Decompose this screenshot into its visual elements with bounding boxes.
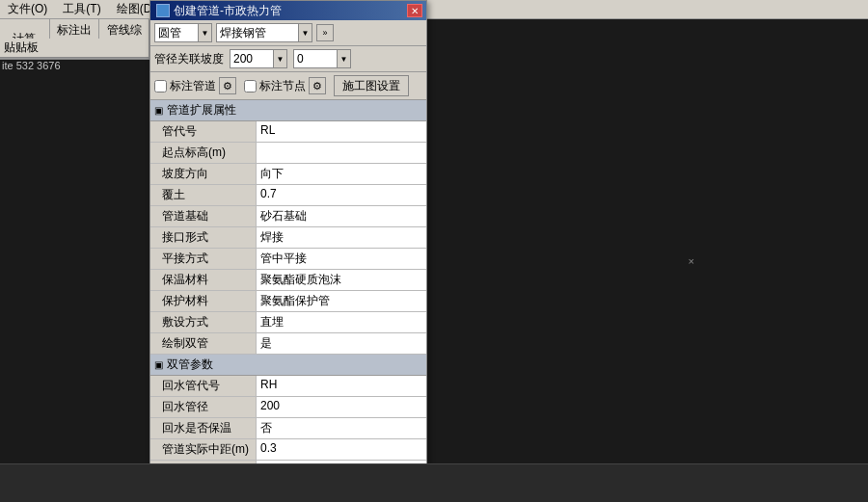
prop-row-draw-double: 绘制双管 是	[150, 333, 426, 355]
toolbar-row1: 圆管 ▼ 焊接钢管 ▼ »	[150, 20, 426, 46]
prop-name-cover-soil: 覆土	[150, 185, 257, 205]
prop-row-slope-direction: 坡度方向 向下	[150, 164, 426, 185]
prop-row-actual-center-dist: 管道实际中距(m) 0.3	[150, 439, 426, 461]
dialog-create-pipe: 创建管道-市政热力管 ✕ 圆管 ▼ 焊接钢管 ▼ » 管径关联坡度 200 ▼ …	[149, 0, 427, 502]
diameter-combo[interactable]: 200 ▼	[230, 49, 287, 68]
prop-value-flat-joint[interactable]: 管中平接	[257, 249, 426, 269]
checkbox-annotate-node: 标注节点 ⚙	[244, 77, 326, 94]
section2-title: 双管参数	[167, 357, 213, 373]
menu-tools[interactable]: 工具(T)	[59, 1, 104, 17]
construction-drawing-btn[interactable]: 施工图设置	[334, 75, 409, 96]
prop-value-laying-method[interactable]: 直埋	[257, 312, 426, 332]
checkbox-annotate-node-input[interactable]	[244, 80, 257, 92]
value2-text: 0	[294, 52, 337, 66]
prop-value-pipe-code[interactable]: RL	[257, 121, 426, 142]
toolbar-more-btn[interactable]: »	[316, 24, 334, 41]
prop-row-cover-soil: 覆土 0.7	[150, 185, 426, 206]
prop-value-pipe-foundation[interactable]: 砂石基础	[257, 206, 426, 226]
prop-name-pipe-foundation: 管道基础	[150, 206, 257, 226]
prop-row-protection-material: 保护材料 聚氨酯保护管	[150, 291, 426, 312]
prop-name-return-insulated: 回水是否保温	[150, 418, 257, 438]
pipe-material-text: 焊接钢管	[217, 25, 298, 41]
paste-bar: 贴贴板	[0, 39, 149, 58]
section2-header[interactable]: ▣ 双管参数	[150, 355, 426, 376]
section2-toggle-icon: ▣	[154, 359, 163, 370]
coordinate-display: ite 532 3676	[2, 58, 61, 75]
checkbox-annotate-pipe-label: 标注管道	[170, 78, 216, 94]
value2-dropdown-btn[interactable]: ▼	[337, 50, 350, 67]
prop-row-insulation-material: 保温材料 聚氨酯硬质泡沫	[150, 270, 426, 291]
prop-value-cover-soil[interactable]: 0.7	[257, 185, 426, 205]
prop-row-return-diameter: 回水管径 200	[150, 397, 426, 418]
cad-cursor: ×	[689, 255, 694, 267]
dialog-icon	[156, 4, 170, 17]
prop-name-laying-method: 敷设方式	[150, 312, 257, 332]
prop-row-joint-type: 接口形式 焊接	[150, 227, 426, 249]
prop-value-start-elevation[interactable]	[257, 143, 426, 163]
status-bar	[0, 463, 868, 502]
diameter-value: 200	[231, 52, 273, 66]
props-panel: ▣ 管道扩展属性 管代号 RL 起点标高(m) 坡度方向 向下 覆土 0.7 管…	[150, 100, 426, 502]
pipe-type-dropdown-btn[interactable]: ▼	[198, 24, 211, 41]
diameter-dropdown-btn[interactable]: ▼	[273, 50, 286, 67]
prop-row-pipe-foundation: 管道基础 砂石基础	[150, 206, 426, 227]
section1-title: 管道扩展属性	[167, 102, 236, 119]
prop-value-draw-double[interactable]: 是	[257, 333, 426, 354]
dialog-titlebar: 创建管道-市政热力管 ✕	[150, 1, 426, 20]
prop-name-return-diameter: 回水管径	[150, 397, 257, 417]
prop-name-actual-center-dist: 管道实际中距(m)	[150, 439, 257, 460]
value2-combo[interactable]: 0 ▼	[293, 49, 351, 68]
prop-value-slope-direction[interactable]: 向下	[257, 164, 426, 184]
prop-value-protection-material[interactable]: 聚氨酯保护管	[257, 291, 426, 311]
pipe-settings-btn[interactable]: ⚙	[219, 77, 236, 94]
pipe-material-combo[interactable]: 焊接钢管 ▼	[216, 23, 312, 42]
prop-row-pipe-code: 管代号 RL	[150, 121, 426, 143]
checkbox-annotate-node-label: 标注节点	[259, 78, 306, 94]
prop-name-draw-double: 绘制双管	[150, 333, 257, 354]
prop-row-flat-joint: 平接方式 管中平接	[150, 249, 426, 270]
cad-background	[0, 0, 868, 502]
prop-name-insulation-material: 保温材料	[150, 270, 257, 290]
menu-file[interactable]: 文件(O)	[4, 1, 51, 17]
prop-value-return-code[interactable]: RH	[257, 376, 426, 396]
prop-row-return-insulated: 回水是否保温 否	[150, 418, 426, 439]
prop-row-return-code: 回水管代号 RH	[150, 376, 426, 397]
section1-header[interactable]: ▣ 管道扩展属性	[150, 100, 426, 121]
node-settings-btn[interactable]: ⚙	[309, 77, 326, 94]
paste-label: 贴贴板	[4, 40, 39, 56]
prop-name-return-code: 回水管代号	[150, 376, 257, 396]
prop-name-protection-material: 保护材料	[150, 291, 257, 311]
toolbar-row3: 标注管道 ⚙ 标注节点 ⚙ 施工图设置	[150, 72, 426, 100]
dialog-close-button[interactable]: ✕	[407, 4, 422, 17]
pipe-material-dropdown-btn[interactable]: ▼	[298, 24, 312, 41]
prop-value-return-diameter[interactable]: 200	[257, 397, 426, 417]
prop-value-actual-center-dist[interactable]: 0.3	[257, 439, 426, 460]
prop-name-pipe-code: 管代号	[150, 121, 257, 142]
prop-name-slope-direction: 坡度方向	[150, 164, 257, 184]
diameter-label: 管径关联坡度	[154, 51, 224, 67]
prop-row-start-elevation: 起点标高(m)	[150, 143, 426, 164]
prop-name-joint-type: 接口形式	[150, 227, 257, 248]
prop-name-flat-joint: 平接方式	[150, 249, 257, 269]
prop-value-joint-type[interactable]: 焊接	[257, 227, 426, 248]
pipe-type-combo[interactable]: 圆管 ▼	[154, 23, 212, 42]
checkbox-annotate-pipe-input[interactable]	[154, 80, 167, 92]
prop-name-start-elevation: 起点标高(m)	[150, 143, 257, 163]
dialog-title: 创建管道-市政热力管	[174, 3, 407, 19]
section1-toggle-icon: ▣	[154, 105, 163, 116]
checkbox-annotate-pipe: 标注管道 ⚙	[154, 77, 236, 94]
menu-bar: 文件(O) 工具(T) 绘图(D) 编辑 输出 插件 Autodesk	[0, 0, 868, 19]
prop-value-return-insulated[interactable]: 否	[257, 418, 426, 438]
toolbar-row2: 管径关联坡度 200 ▼ 0 ▼	[150, 46, 426, 72]
prop-value-insulation-material[interactable]: 聚氨酯硬质泡沫	[257, 270, 426, 290]
pipe-type-text: 圆管	[155, 25, 198, 41]
prop-row-laying-method: 敷设方式 直埋	[150, 312, 426, 333]
